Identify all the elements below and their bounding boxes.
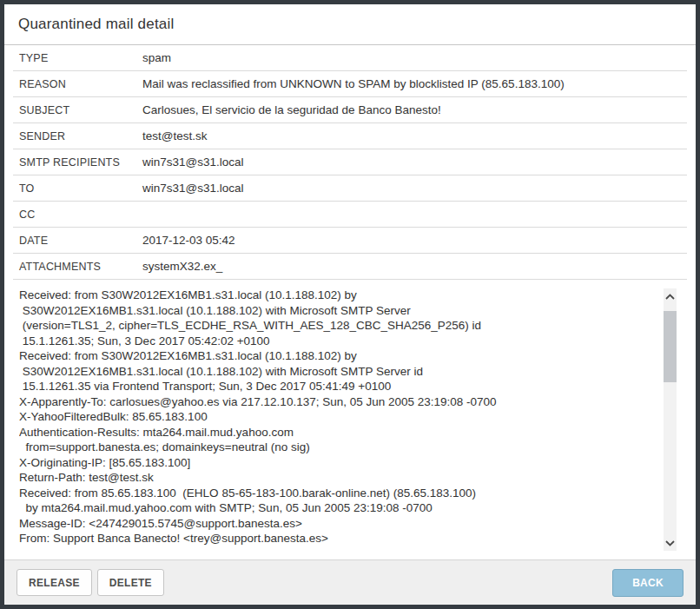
chevron-down-icon <box>665 540 675 546</box>
mail-detail-fields: TYPE spam REASON Mail was reclassified f… <box>4 45 696 280</box>
field-label-to: TO <box>19 182 142 195</box>
field-row-sender: SENDER test@test.sk <box>13 123 687 149</box>
scrollbar-track[interactable] <box>664 304 677 535</box>
field-label-cc: CC <box>19 209 142 221</box>
field-row-type: TYPE spam <box>13 45 687 71</box>
field-row-smtp-recipients: SMTP RECIPIENTS win7s31@s31.local <box>13 149 687 175</box>
field-label-smtp-recipients: SMTP RECIPIENTS <box>19 156 142 169</box>
back-button[interactable]: BACK <box>612 569 683 597</box>
field-row-cc: CC <box>13 202 687 228</box>
field-value-reason: Mail was reclassified from UNKNOWN to SP… <box>142 77 565 90</box>
scrollbar-down-button[interactable] <box>664 535 677 551</box>
dialog-footer: RELEASE DELETE BACK <box>4 559 696 605</box>
scrollbar-thumb[interactable] <box>664 311 677 382</box>
field-value-type: spam <box>142 51 171 64</box>
page-title: Quarantined mail detail <box>18 16 683 33</box>
mail-headers-scroll-area[interactable]: Received: from S30W2012EX16MB1.s31.local… <box>4 280 696 559</box>
field-label-sender: SENDER <box>19 130 142 142</box>
headers-scrollbar[interactable] <box>664 288 677 551</box>
scrollbar-up-button[interactable] <box>664 288 677 304</box>
field-row-attachments: ATTACHMENTS systemX32.ex_ <box>13 254 687 280</box>
field-value-to: win7s31@s31.local <box>142 182 244 195</box>
chevron-up-icon <box>665 294 675 300</box>
field-row-to: TO win7s31@s31.local <box>13 175 687 202</box>
field-label-reason: REASON <box>19 78 142 90</box>
field-value-sender: test@test.sk <box>142 129 207 142</box>
quarantined-mail-detail-dialog: Quarantined mail detail TYPE spam REASON… <box>0 0 700 609</box>
release-button[interactable]: RELEASE <box>17 569 92 596</box>
delete-button[interactable]: DELETE <box>97 569 164 596</box>
dialog-title-bar: Quarantined mail detail <box>4 4 696 45</box>
mail-headers-text: Received: from S30W2012EX16MB1.s31.local… <box>19 288 656 556</box>
field-label-type: TYPE <box>19 52 142 64</box>
field-value-date: 2017-12-03 05:42 <box>142 234 235 247</box>
field-row-date: DATE 2017-12-03 05:42 <box>13 228 687 254</box>
field-row-reason: REASON Mail was reclassified from UNKNOW… <box>13 71 687 97</box>
field-label-attachments: ATTACHMENTS <box>19 261 142 273</box>
field-label-subject: SUBJECT <box>19 104 142 116</box>
field-value-attachments: systemX32.ex_ <box>142 260 222 273</box>
field-label-date: DATE <box>19 235 142 247</box>
field-value-subject: Carlosues, El servicio de la seguridad d… <box>142 103 441 116</box>
field-value-smtp-recipients: win7s31@s31.local <box>142 156 244 169</box>
field-row-subject: SUBJECT Carlosues, El servicio de la seg… <box>13 97 687 123</box>
